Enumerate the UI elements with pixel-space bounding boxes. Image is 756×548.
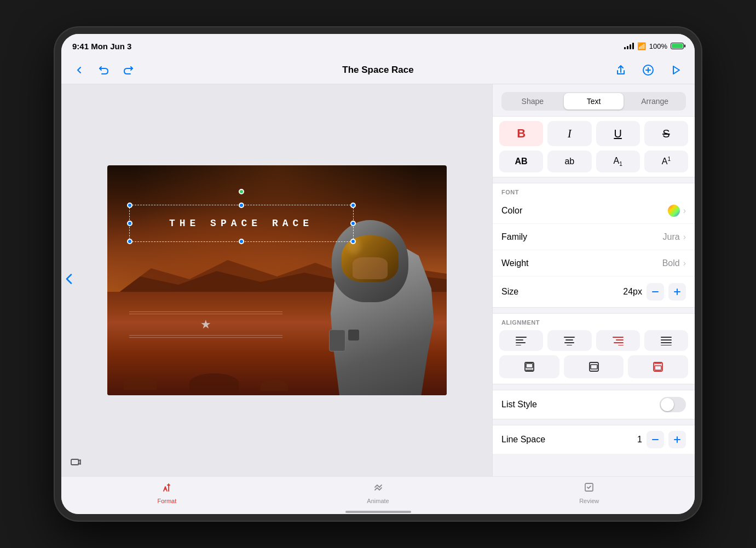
family-value: Jura [663,232,680,242]
undo-button[interactable] [95,62,112,78]
format-row-1: B I U S [499,121,688,146]
tab-animate-label: Animate [367,498,389,504]
text-align-top-button[interactable] [499,355,559,378]
status-icons: 📶 100% [624,42,684,50]
superscript-button[interactable]: A1 [596,151,640,172]
canvas-image[interactable]: THE SPACE RACE ★ [107,165,447,395]
text-format-section: B I U S AB a [493,116,695,177]
svg-rect-5 [526,364,533,368]
align-center-button[interactable] [547,330,591,351]
segment-control[interactable]: Shape Text Arrange [501,92,686,111]
line-space-increase-button[interactable] [668,431,686,448]
align-justify-button[interactable] [644,330,688,351]
color-dot [668,205,680,217]
caps-lower-button[interactable]: ab [547,151,591,172]
toolbar-right [613,62,684,78]
alignment-section: ALIGNMENT [493,313,695,384]
weight-value: Bold [662,258,680,268]
bold-button[interactable]: B [499,121,543,146]
color-label: Color [501,206,668,216]
battery-percent: 100% [649,42,667,50]
svg-rect-9 [655,366,661,370]
line-space-value: 1 [637,435,642,445]
line-space-controls: 1 [637,431,686,448]
align-left-button[interactable] [499,330,543,351]
handle-rotation[interactable] [239,189,244,194]
battery-icon [671,43,684,49]
left-panel-button[interactable] [66,274,72,287]
tab-format[interactable]: Format [61,481,273,504]
font-section-label: FONT [493,183,695,198]
weight-label: Weight [501,258,662,268]
size-row: Size 24px [493,276,695,307]
segment-arrange[interactable]: Arrange [625,93,685,109]
tab-format-label: Format [157,498,176,504]
color-chevron: › [683,206,686,216]
size-controls: 24px [623,283,686,301]
ipad-frame: 9:41 Mon Jun 3 📶 100% [55,27,701,521]
handle-top-center[interactable] [239,203,244,208]
review-icon [583,481,595,496]
list-style-toggle[interactable] [660,397,686,412]
back-button[interactable] [72,63,86,77]
sidebar-panel: Shape Text Arrange B I U S [492,84,695,476]
weight-row[interactable]: Weight Bold › [493,250,695,276]
align-right-button[interactable] [596,330,640,351]
toggle-knob [661,398,674,411]
handle-bot-center[interactable] [239,239,244,244]
canvas-extra-button[interactable] [70,456,82,471]
subscript-button[interactable]: A1 [644,151,688,172]
tab-bar: Format Animate Review [61,476,695,511]
color-row[interactable]: Color › [493,198,695,224]
decorative-area: ★ [129,312,282,338]
wifi-icon: 📶 [637,42,646,50]
align-row-2 [499,355,688,378]
family-chevron: › [683,232,686,242]
italic-button[interactable]: I [547,121,591,146]
status-bar: 9:41 Mon Jun 3 📶 100% [61,34,695,56]
main-content: THE SPACE RACE ★ [61,84,695,476]
canvas-area[interactable]: THE SPACE RACE ★ [61,84,492,476]
tab-animate[interactable]: Animate [273,481,484,504]
family-row[interactable]: Family Jura › [493,224,695,250]
caps-upper-button[interactable]: AB [499,151,543,172]
align-row-1 [499,330,688,351]
handle-top-right[interactable] [350,203,356,208]
size-decrease-button[interactable] [647,283,664,301]
home-bar [345,511,411,513]
status-time: 9:41 Mon Jun 3 [72,42,131,51]
handle-bot-left[interactable] [127,239,132,244]
share-button[interactable] [613,62,629,78]
handle-mid-left[interactable] [127,221,132,226]
home-indicator [61,511,695,514]
line-space-decrease-button[interactable] [647,431,664,448]
document-title: The Space Race [342,65,413,76]
segment-shape[interactable]: Shape [503,93,563,109]
format-icon [161,481,173,496]
text-align-middle-button[interactable] [564,355,624,378]
size-label: Size [501,287,623,297]
toolbar-left [72,62,137,78]
tab-review-label: Review [579,498,599,504]
svg-rect-3 [71,459,79,465]
underline-button[interactable]: U [596,121,640,146]
line-space-row: Line Space 1 [493,425,695,454]
canvas-text[interactable]: THE SPACE RACE [169,218,313,229]
handle-mid-right[interactable] [350,221,356,226]
play-button[interactable] [667,62,684,78]
handle-bot-right[interactable] [350,239,356,244]
size-increase-button[interactable] [668,283,686,301]
alignment-section-label: ALIGNMENT [499,319,688,326]
toolbar: The Space Race [61,56,695,84]
font-section: FONT Color › Family Jura › Weight Bold › [493,183,695,308]
handle-top-left[interactable] [127,203,132,208]
family-label: Family [501,232,663,242]
svg-rect-7 [591,365,597,369]
strikethrough-button[interactable]: S [644,121,688,146]
text-align-bottom-button[interactable] [628,355,688,378]
redo-button[interactable] [120,62,137,78]
add-button[interactable] [640,62,656,78]
segment-text[interactable]: Text [564,93,624,109]
tab-review[interactable]: Review [483,481,695,504]
text-selection-box[interactable]: THE SPACE RACE [129,205,354,242]
